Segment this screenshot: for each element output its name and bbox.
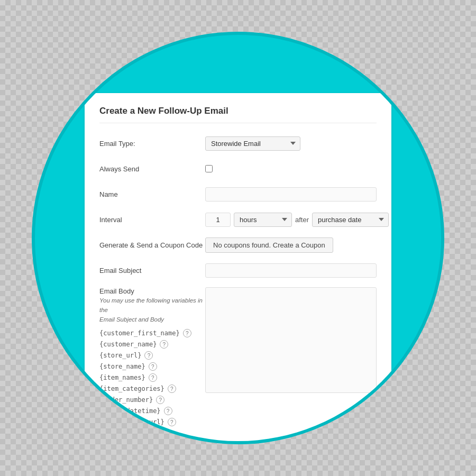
interval-row: Interval hours days weeks after purchase… <box>99 211 377 228</box>
email-subject-input[interactable] <box>205 263 377 278</box>
coupon-label: Generate & Send a Coupon Code <box>99 241 205 249</box>
email-body-textarea[interactable] <box>205 287 377 393</box>
help-icon-order-datetime[interactable]: ? <box>164 407 172 415</box>
variables-list: {customer_first_name} ? {customer_name} … <box>99 329 205 426</box>
variable-order-number: {order_number} ? <box>99 396 205 404</box>
email-body-row: Email Body You may use the following var… <box>99 287 377 429</box>
variable-name: {order_datetime} <box>99 407 161 415</box>
form-title: Create a New Follow-Up Email <box>99 106 377 123</box>
always-send-label: Always Send <box>99 165 205 173</box>
variable-name: {customer_first_name} <box>99 329 180 337</box>
tracking-label: ...cking to links <box>99 437 144 444</box>
email-body-textarea-area <box>205 287 377 395</box>
variable-name: {item_names} <box>99 374 145 381</box>
name-row: Name <box>99 186 377 203</box>
help-icon-customer-name[interactable]: ? <box>160 340 168 349</box>
coupon-row: Generate & Send a Coupon Code No coupons… <box>99 236 377 253</box>
variable-item-names: {item_names} ? <box>99 373 205 382</box>
tracking-checkbox[interactable] <box>149 438 156 444</box>
interval-number-input[interactable] <box>205 213 231 227</box>
email-type-label: Email Type: <box>99 140 205 148</box>
help-icon-unsubscribe-url[interactable]: ? <box>168 418 176 426</box>
interval-purchase-date-select[interactable]: purchase date signup date <box>312 213 389 227</box>
variable-order-datetime: {order_datetime} ? <box>99 407 205 415</box>
variable-item-categories: {item_categories} ? <box>99 385 205 393</box>
help-icon-item-names[interactable]: ? <box>149 373 157 382</box>
form-card: Create a New Follow-Up Email Email Type:… <box>85 93 391 444</box>
variable-store-url: {store_url} ? <box>99 351 205 360</box>
email-type-row: Email Type: Storewide Email Product Emai… <box>99 135 377 152</box>
variable-name: {customer_name} <box>99 341 157 348</box>
email-type-select[interactable]: Storewide Email Product Email Category E… <box>205 136 300 151</box>
interval-hours-select[interactable]: hours days weeks <box>234 213 292 227</box>
variable-name: {store_name} <box>99 363 145 370</box>
email-subject-row: Email Subject <box>99 262 377 279</box>
always-send-control <box>205 165 377 172</box>
help-icon-item-categories[interactable]: ? <box>168 385 176 393</box>
coupon-button[interactable]: No coupons found. Create a Coupon <box>205 237 333 253</box>
email-subject-control <box>205 263 377 278</box>
interval-control: hours days weeks after purchase date sig… <box>205 213 389 227</box>
always-send-row: Always Send <box>99 160 377 177</box>
name-control <box>205 187 377 202</box>
help-icon-store-name[interactable]: ? <box>149 362 157 371</box>
email-body-label: Email Body <box>99 287 205 295</box>
circle-container: Create a New Follow-Up Email Email Type:… <box>32 32 444 444</box>
always-send-checkbox[interactable] <box>205 165 213 172</box>
variable-name: {unsubscribe_url} <box>99 418 164 426</box>
tracking-row: ...cking to links <box>99 437 377 444</box>
help-icon-customer-first-name[interactable]: ? <box>183 329 191 337</box>
interval-label: Interval <box>99 216 205 224</box>
help-icon-order-number[interactable]: ? <box>156 396 164 404</box>
variable-name: {item_categories} <box>99 385 164 392</box>
help-icon-store-url[interactable]: ? <box>144 351 153 360</box>
variable-customer-first-name: {customer_first_name} ? <box>99 329 205 337</box>
variable-name: {store_url} <box>99 352 141 359</box>
email-body-hint: You may use the following variables in t… <box>99 297 203 323</box>
interval-after-label: after <box>295 216 309 224</box>
email-type-control: Storewide Email Product Email Category E… <box>205 136 377 151</box>
variable-unsubscribe-url: {unsubscribe_url} ? <box>99 418 205 426</box>
email-subject-label: Email Subject <box>99 267 205 274</box>
email-body-label-col: Email Body You may use the following var… <box>99 287 205 429</box>
variable-name: {order_number} <box>99 396 153 404</box>
variable-customer-name: {customer_name} ? <box>99 340 205 349</box>
name-label: Name <box>99 190 205 198</box>
name-input[interactable] <box>205 187 377 202</box>
coupon-control: No coupons found. Create a Coupon <box>205 237 377 253</box>
variable-store-name: {store_name} ? <box>99 362 205 371</box>
